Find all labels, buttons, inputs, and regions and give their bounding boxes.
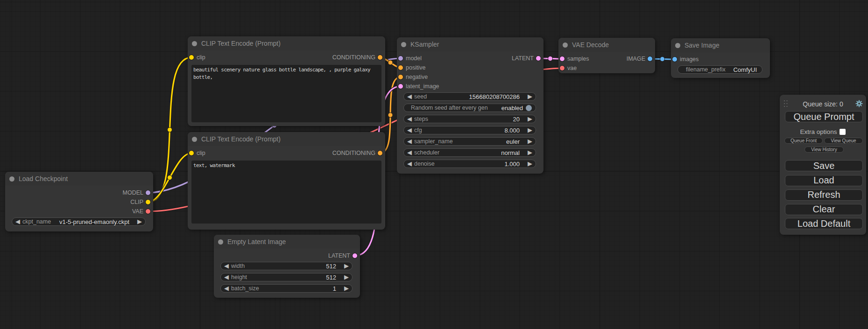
gear-icon[interactable] <box>855 100 863 107</box>
view-queue-button[interactable]: View Queue <box>824 138 863 144</box>
save-image-node[interactable]: Save Imageimagesfilename_prefixComfyUI <box>671 38 770 78</box>
link-midpoint-dot[interactable] <box>548 56 553 61</box>
load-checkpoint-VAE-output-slot[interactable] <box>146 209 150 214</box>
link-midpoint-dot[interactable] <box>660 57 665 62</box>
extra-options-checkbox[interactable] <box>840 129 846 135</box>
ksampler-steps-widget[interactable]: ◀steps20▶ <box>403 115 536 123</box>
save-image-filename-prefix-widget[interactable]: filename_prefixComfyUI <box>677 65 762 74</box>
widget-value: 512 <box>326 274 336 281</box>
ksampler-scheduler-widget[interactable]: ◀schedulernormal▶ <box>403 148 536 157</box>
vae-decode-node[interactable]: VAE DecodesamplesvaeIMAGE <box>558 38 655 73</box>
widget-label: width <box>231 263 245 269</box>
decrement-arrow-icon[interactable]: ◀ <box>407 137 412 146</box>
load-checkpoint-MODEL-output-slot[interactable] <box>146 190 150 195</box>
extra-options-row: Extra options <box>780 128 866 135</box>
clip-text-encode-positive-clip-input-slot[interactable] <box>189 55 194 60</box>
increment-arrow-icon[interactable]: ▶ <box>344 284 349 293</box>
clip-text-encode-negative-header[interactable]: CLIP Text Encode (Prompt) <box>188 132 385 146</box>
increment-arrow-icon[interactable]: ▶ <box>528 160 532 168</box>
ksampler-positive-input-slot[interactable] <box>398 65 403 70</box>
save-image-header[interactable]: Save Image <box>671 38 770 52</box>
decrement-arrow-icon[interactable]: ◀ <box>407 148 412 157</box>
load-checkpoint-header[interactable]: Load Checkpoint <box>5 172 153 186</box>
decrement-arrow-icon[interactable]: ◀ <box>407 126 412 134</box>
clip-text-encode-negative-node[interactable]: CLIP Text Encode (Prompt)clipCONDITIONIN… <box>188 132 385 230</box>
decrement-arrow-icon[interactable]: ◀ <box>15 217 20 226</box>
queue-menu-panel: Queue size: 0 Queue Prompt Extra options <box>780 95 866 235</box>
load-checkpoint-ckpt-name-widget[interactable]: ◀ckpt_namev1-5-pruned-emaonly.ckpt▶ <box>12 217 146 226</box>
ksampler-negative-input-slot[interactable] <box>398 75 403 79</box>
load-default-button[interactable]: Load Default <box>785 218 863 229</box>
toggle-knob[interactable] <box>526 105 532 111</box>
clip-text-encode-positive-node[interactable]: CLIP Text Encode (Prompt)clipCONDITIONIN… <box>188 36 385 126</box>
queue-prompt-button[interactable]: Queue Prompt <box>785 111 863 122</box>
queue-front-button[interactable]: Queue Front <box>784 138 823 144</box>
ksampler-model-input-slot[interactable] <box>398 56 403 61</box>
save-image-images-input-slot[interactable] <box>672 57 677 62</box>
clip-text-encode-positive-header[interactable]: CLIP Text Encode (Prompt) <box>188 36 385 50</box>
decrement-arrow-icon[interactable]: ◀ <box>407 92 412 101</box>
increment-arrow-icon[interactable]: ▶ <box>344 273 349 281</box>
empty-latent-image-node[interactable]: Empty Latent ImageLATENT◀width512▶◀heigh… <box>214 235 360 298</box>
refresh-button[interactable]: Refresh <box>785 189 863 201</box>
ksampler-LATENT-output-slot[interactable] <box>536 56 541 61</box>
empty-latent-image-LATENT-output-slot[interactable] <box>353 253 357 258</box>
link-midpoint-dot[interactable] <box>168 175 172 180</box>
link-midpoint-dot[interactable] <box>388 113 393 118</box>
decrement-arrow-icon[interactable]: ◀ <box>407 115 412 123</box>
widget-value: euler <box>506 138 520 145</box>
ksampler-denoise-widget[interactable]: ◀denoise1.000▶ <box>403 160 536 168</box>
empty-latent-image-height-widget[interactable]: ◀height512▶ <box>220 273 353 281</box>
widget-value: 512 <box>326 263 336 270</box>
ksampler-latent_image-input-slot[interactable] <box>398 84 403 89</box>
graph-canvas[interactable]: Load CheckpointMODELCLIPVAE◀ckpt_namev1-… <box>0 0 868 329</box>
ksampler-cfg-widget[interactable]: ◀cfg8.000▶ <box>403 126 536 134</box>
load-checkpoint-CLIP-output-slot[interactable] <box>146 200 150 204</box>
slot-label: model <box>406 54 422 63</box>
decrement-arrow-icon[interactable]: ◀ <box>224 262 229 270</box>
clip-text-encode-positive-prompt-textarea[interactable]: beautiful scenery nature glass bottle la… <box>191 65 381 122</box>
decrement-arrow-icon[interactable]: ◀ <box>224 284 229 293</box>
increment-arrow-icon[interactable]: ▶ <box>528 137 532 146</box>
slot-label: clip <box>197 53 205 62</box>
node-status-dot <box>192 137 197 142</box>
clip-text-encode-positive-CONDITIONING-output-slot[interactable] <box>378 55 382 60</box>
load-checkpoint-node[interactable]: Load CheckpointMODELCLIPVAE◀ckpt_namev1-… <box>5 172 153 231</box>
node-title: KSampler <box>410 37 439 51</box>
vae-decode-vae-input-slot[interactable] <box>560 66 565 70</box>
vae-decode-samples-input-slot[interactable] <box>560 56 565 61</box>
node-status-dot <box>675 43 680 48</box>
increment-arrow-icon[interactable]: ▶ <box>528 115 532 123</box>
view-history-button[interactable]: View History <box>804 147 844 153</box>
empty-latent-image-batch-size-widget[interactable]: ◀batch_size1▶ <box>220 284 353 293</box>
clear-button[interactable]: Clear <box>785 204 863 215</box>
vae-decode-header[interactable]: VAE Decode <box>558 38 655 52</box>
vae-decode-IMAGE-output-slot[interactable] <box>648 56 652 61</box>
clip-text-encode-negative-CONDITIONING-output-slot[interactable] <box>378 151 382 155</box>
link-midpoint-dot[interactable] <box>168 127 172 132</box>
node-title: VAE Decode <box>572 38 609 52</box>
clip-text-encode-negative-prompt-textarea[interactable]: text, watermark <box>191 161 381 224</box>
node-status-dot <box>401 42 406 47</box>
widget-label: seed <box>414 93 427 100</box>
empty-latent-image-width-widget[interactable]: ◀width512▶ <box>220 262 353 270</box>
ksampler-node[interactable]: KSamplermodelpositivenegativelatent_imag… <box>397 37 543 174</box>
increment-arrow-icon[interactable]: ▶ <box>344 262 349 270</box>
ksampler-sampler-name-widget[interactable]: ◀sampler_nameeuler▶ <box>403 137 536 146</box>
increment-arrow-icon[interactable]: ▶ <box>528 126 532 134</box>
load-button[interactable]: Load <box>785 175 863 186</box>
clip-text-encode-negative-clip-input-slot[interactable] <box>189 151 194 155</box>
ksampler-random-seed-after-every-gen-widget[interactable]: Random seed after every genenabled <box>403 104 536 112</box>
link-midpoint-dot[interactable] <box>388 60 393 65</box>
save-button[interactable]: Save <box>785 160 863 171</box>
ksampler-header[interactable]: KSampler <box>397 37 543 51</box>
increment-arrow-icon[interactable]: ▶ <box>137 217 142 226</box>
increment-arrow-icon[interactable]: ▶ <box>528 92 532 101</box>
ksampler-seed-widget[interactable]: ◀seed156680208700286▶ <box>403 92 536 101</box>
increment-arrow-icon[interactable]: ▶ <box>528 148 532 157</box>
widget-label: steps <box>414 116 428 122</box>
decrement-arrow-icon[interactable]: ◀ <box>224 273 229 281</box>
decrement-arrow-icon[interactable]: ◀ <box>407 160 412 168</box>
empty-latent-image-header[interactable]: Empty Latent Image <box>214 235 360 249</box>
slot-label: LATENT <box>512 54 534 63</box>
